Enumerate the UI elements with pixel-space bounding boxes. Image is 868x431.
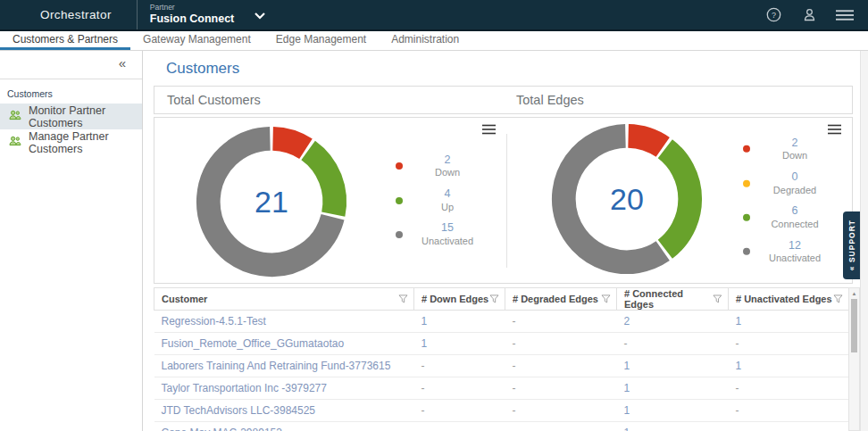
column-label: # Down Edges — [421, 294, 488, 304]
column-header-down: # Down Edges — [414, 288, 505, 311]
donut-segment-down[interactable] — [629, 136, 664, 147]
legend-dot-icon — [743, 214, 750, 221]
legend-dot-icon — [743, 145, 750, 153]
column-label: # Degraded Edges — [513, 294, 598, 304]
cell-down: - — [414, 377, 505, 400]
cell-degraded: - — [505, 422, 617, 431]
cell-connected[interactable]: 1 — [617, 400, 729, 422]
filter-funnel-icon[interactable] — [489, 294, 499, 303]
primary-tabbar: Customers & Partners Gateway Management … — [0, 31, 868, 51]
filter-funnel-icon[interactable] — [833, 294, 843, 303]
column-label: Customer — [162, 294, 207, 304]
legend-item-down[interactable]: 2Down — [396, 153, 492, 178]
cell-degraded: - — [505, 377, 617, 400]
table-row: Cape May MAC-3989153--1- — [154, 422, 849, 431]
table-row: Taylor Transportation Inc -3979277--1- — [154, 377, 849, 400]
cell-degraded: - — [505, 400, 617, 422]
partner-value: Fusion Connect — [150, 12, 234, 27]
cell-connected: - — [617, 333, 729, 355]
customer-link[interactable]: Taylor Transportation Inc -3979277 — [154, 377, 414, 400]
donut-segment-unactivated[interactable] — [563, 136, 663, 261]
legend-label: Degraded — [773, 184, 816, 196]
hamburger-menu-icon[interactable] — [836, 6, 854, 24]
tab-gateway-management[interactable]: Gateway Management — [130, 30, 263, 50]
legend-item-degraded[interactable]: 0Degraded — [743, 170, 839, 196]
cell-down[interactable]: 1 — [414, 311, 505, 333]
legend-label: Up — [441, 201, 454, 213]
customers-table: Customer# Down Edges# Degraded Edges# Co… — [154, 287, 848, 431]
sidebar-collapse-icon[interactable]: « — [119, 55, 126, 70]
cell-unactivated: - — [729, 377, 849, 400]
filter-funnel-icon[interactable] — [601, 294, 611, 303]
support-tab[interactable]: « SUPPORT — [843, 211, 860, 279]
cell-connected[interactable]: 2 — [617, 311, 729, 333]
legend-value: 6 — [792, 204, 798, 219]
cell-unactivated[interactable]: 1 — [729, 311, 849, 333]
total-customers-title: Total Customers — [167, 93, 261, 107]
legend-value: 2 — [445, 153, 451, 167]
cell-unactivated: - — [729, 333, 849, 355]
legend-item-down[interactable]: 2Down — [743, 136, 839, 162]
tab-customers-and-partners[interactable]: Customers & Partners — [0, 30, 130, 50]
total-customers-legend: 2Down4Up15Unactivated — [396, 153, 492, 247]
legend-value: 0 — [792, 170, 798, 185]
top-header: Orchestrator Partner Fusion Connect ? — [0, 0, 868, 31]
table-row: JTD TechAdvisors LLC-3984525--1- — [154, 400, 849, 422]
legend-item-connected[interactable]: 6Connected — [743, 204, 839, 230]
donut-segment-connected[interactable] — [665, 149, 690, 249]
scrollbar-thumb[interactable] — [851, 299, 857, 352]
user-icon[interactable] — [800, 6, 818, 24]
sidebar-item-manage-partner-customers[interactable]: Manage Partner Customers — [0, 129, 142, 155]
partner-selector[interactable]: Partner Fusion Connect — [150, 3, 266, 26]
customer-link[interactable]: Regression-4.5.1-Test — [154, 311, 414, 333]
legend-label: Unactivated — [769, 253, 821, 265]
total-edges-legend: 2Down0Degraded6Connected12Unactivated — [743, 136, 839, 265]
tab-administration[interactable]: Administration — [379, 30, 472, 50]
legend-label: Connected — [771, 219, 818, 231]
cell-down: - — [414, 422, 505, 431]
support-tab-label: « SUPPORT — [847, 220, 856, 270]
tab-edge-management[interactable]: Edge Management — [263, 30, 379, 50]
sidebar-item-monitor-partner-customers[interactable]: Monitor Partner Customers — [0, 104, 142, 129]
cell-degraded: - — [505, 355, 617, 377]
cell-connected[interactable]: 1 — [617, 355, 729, 377]
sidebar-item-label: Manage Partner Customers — [29, 130, 142, 155]
legend-dot-icon — [743, 179, 750, 186]
help-circle-icon[interactable]: ? — [764, 6, 782, 24]
customer-link[interactable]: Laborers Training And Retraining Fund-37… — [154, 355, 414, 377]
donut-segment-up[interactable] — [308, 150, 335, 214]
total-edges-title: Total Edges — [516, 93, 584, 107]
cell-connected[interactable]: 1 — [617, 422, 729, 431]
sidebar-collapse-strip: « — [0, 51, 142, 79]
cell-connected[interactable]: 1 — [617, 377, 729, 400]
cell-unactivated: - — [729, 422, 849, 431]
cell-degraded: - — [505, 311, 617, 333]
customer-link[interactable]: Cape May MAC-3989153 — [154, 422, 414, 431]
column-header-connected: # Connected Edges — [617, 288, 729, 311]
legend-value: 4 — [445, 187, 451, 202]
filter-funnel-icon[interactable] — [713, 294, 722, 303]
cell-unactivated[interactable]: 1 — [729, 355, 849, 377]
table-scrollbar[interactable]: ▲ — [848, 287, 860, 431]
filter-funnel-icon[interactable] — [398, 294, 408, 303]
donut-segment-down[interactable] — [273, 138, 306, 148]
legend-label: Down — [782, 150, 807, 162]
customer-link[interactable]: JTD TechAdvisors LLC-3984525 — [154, 400, 414, 422]
scrollbar-up-arrow[interactable]: ▲ — [849, 288, 859, 299]
page-scrollbar[interactable] — [860, 51, 868, 431]
total-edges-donut: 20 — [547, 120, 706, 282]
chart-menu-icon[interactable] — [482, 122, 496, 138]
svg-text:?: ? — [771, 11, 775, 20]
legend-item-unactivated[interactable]: 15Unactivated — [396, 221, 492, 247]
column-header-customer: Customer — [154, 288, 414, 311]
cell-degraded: - — [505, 333, 617, 355]
sidebar: « Customers Monitor Partner Customers Ma… — [0, 51, 143, 431]
column-label: # Connected Edges — [624, 288, 713, 310]
cell-down[interactable]: 1 — [414, 333, 505, 355]
chart-titles-strip: Total Customers Total Edges — [154, 86, 853, 114]
cell-down: - — [414, 400, 505, 422]
legend-item-unactivated[interactable]: 12Unactivated — [743, 238, 839, 264]
legend-item-up[interactable]: 4Up — [396, 187, 492, 213]
legend-dot-icon — [743, 248, 750, 255]
customer-link[interactable]: Fusion_Remote_Office_GGumataotao — [154, 333, 414, 355]
